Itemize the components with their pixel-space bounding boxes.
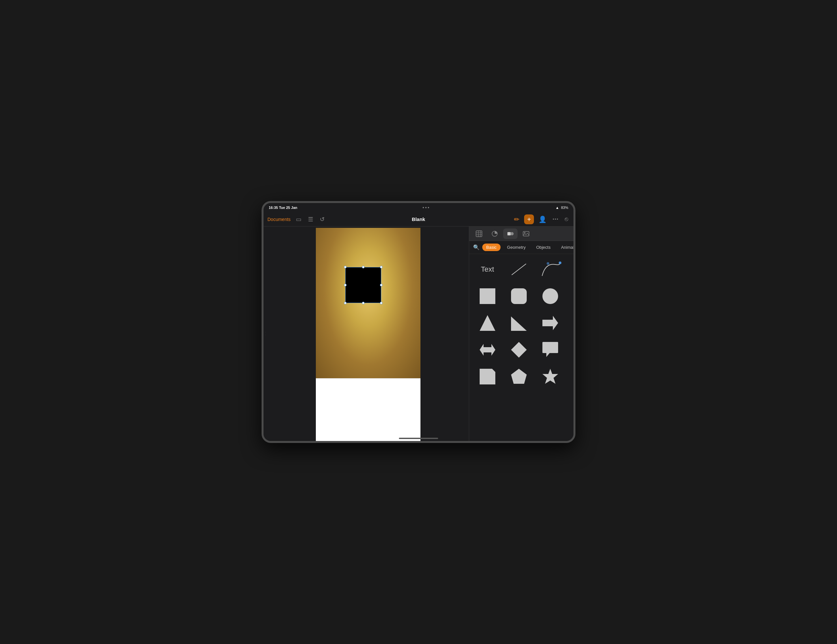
svg-marker-18 bbox=[511, 316, 527, 331]
shape-pentagon[interactable] bbox=[506, 365, 532, 388]
collaborate-icon[interactable]: 👤 bbox=[537, 214, 548, 224]
filter-animals[interactable]: Animals bbox=[557, 244, 573, 251]
shape-square-notch[interactable] bbox=[474, 365, 501, 388]
handle-bottom-right[interactable] bbox=[380, 302, 382, 304]
canvas-area[interactable] bbox=[268, 226, 469, 441]
battery-icon: 83% bbox=[561, 206, 568, 210]
shapes-grid: Text bbox=[469, 254, 573, 441]
shapes-row-3 bbox=[474, 338, 568, 361]
wifi-icon: ▲ bbox=[555, 206, 559, 210]
svg-point-12 bbox=[547, 262, 549, 265]
pen-icon[interactable]: ✏ bbox=[513, 214, 521, 224]
documents-button[interactable]: Documents bbox=[268, 217, 290, 222]
svg-rect-8 bbox=[523, 231, 529, 236]
handle-bottom-left[interactable] bbox=[344, 302, 346, 304]
sidebar-toggle-icon[interactable]: ▭ bbox=[295, 215, 303, 224]
panel-tab-bar bbox=[469, 226, 573, 241]
shapes-row-4 bbox=[474, 365, 568, 388]
export-icon[interactable]: ⎋ bbox=[563, 215, 569, 224]
filter-objects[interactable]: Objects bbox=[532, 244, 555, 251]
handle-top-right[interactable] bbox=[380, 266, 382, 269]
shape-star[interactable] bbox=[537, 365, 563, 388]
main-content: · · bbox=[264, 226, 573, 441]
shapes-row-1 bbox=[474, 285, 568, 308]
page-white-section bbox=[316, 378, 420, 441]
right-panel: 🔍 Basic Geometry Objects Animals N Text bbox=[469, 226, 573, 441]
svg-point-16 bbox=[542, 288, 558, 304]
handle-mid-right[interactable] bbox=[380, 284, 382, 286]
svg-rect-15 bbox=[511, 288, 527, 304]
svg-line-10 bbox=[512, 264, 526, 275]
shape-circle[interactable] bbox=[537, 285, 563, 308]
text-label: Text bbox=[481, 265, 494, 274]
shape-line[interactable] bbox=[506, 258, 532, 281]
status-right: ▲ 83% bbox=[555, 206, 568, 210]
undo-icon[interactable]: ↺ bbox=[318, 215, 326, 224]
selection-border bbox=[345, 267, 381, 303]
shape-text[interactable]: Text bbox=[474, 258, 501, 281]
toolbar: Documents ▭ ☰ ↺ Blank ✏ + 👤 ••• ⎋ bbox=[264, 212, 573, 226]
more-options-icon[interactable]: ••• bbox=[551, 216, 560, 223]
ipad-frame: 16:35 Tue 25 Jan ••• ▲ 83% Documents ▭ ☰… bbox=[261, 201, 576, 443]
tab-table[interactable] bbox=[472, 228, 486, 239]
handle-top-mid[interactable] bbox=[362, 266, 364, 269]
tab-chart[interactable] bbox=[487, 228, 502, 239]
shape-double-arrow[interactable] bbox=[474, 338, 501, 361]
document-page bbox=[316, 228, 420, 441]
shapes-row-special: Text bbox=[474, 258, 568, 281]
svg-point-9 bbox=[524, 232, 525, 233]
list-view-icon[interactable]: ☰ bbox=[307, 215, 315, 224]
home-indicator bbox=[399, 438, 438, 439]
shapes-row-2 bbox=[474, 311, 568, 334]
shape-right-triangle[interactable] bbox=[506, 311, 532, 334]
shape-triangle[interactable] bbox=[474, 311, 501, 334]
svg-marker-17 bbox=[480, 315, 495, 331]
svg-point-7 bbox=[510, 232, 514, 235]
filter-basic[interactable]: Basic bbox=[482, 244, 501, 251]
handle-top-left[interactable] bbox=[344, 266, 346, 269]
shape-speech-bubble[interactable] bbox=[537, 338, 563, 361]
status-dots: ••• bbox=[422, 205, 430, 210]
handle-mid-left[interactable] bbox=[344, 284, 346, 286]
sidebar-dots: · · bbox=[264, 332, 267, 336]
svg-rect-14 bbox=[480, 288, 495, 304]
shape-arrow-right[interactable] bbox=[537, 311, 563, 334]
shape-square[interactable] bbox=[474, 285, 501, 308]
tab-media[interactable] bbox=[519, 228, 533, 239]
status-time: 16:35 Tue 25 Jan bbox=[269, 206, 297, 210]
selected-shape-container[interactable] bbox=[345, 267, 381, 303]
shape-rounded-square[interactable] bbox=[506, 285, 532, 308]
svg-marker-23 bbox=[542, 369, 558, 384]
shape-diamond[interactable] bbox=[506, 338, 532, 361]
handle-bottom-mid[interactable] bbox=[362, 302, 364, 304]
svg-rect-0 bbox=[476, 231, 482, 237]
page-golden-section bbox=[316, 228, 420, 378]
filter-geometry[interactable]: Geometry bbox=[503, 244, 530, 251]
tab-shapes[interactable] bbox=[503, 228, 517, 239]
svg-point-11 bbox=[559, 262, 561, 264]
svg-marker-22 bbox=[511, 369, 527, 384]
status-bar: 16:35 Tue 25 Jan ••• ▲ 83% bbox=[264, 203, 573, 212]
svg-marker-20 bbox=[480, 344, 495, 356]
document-title: Blank bbox=[412, 216, 425, 222]
left-sidebar: · · bbox=[264, 226, 268, 441]
shape-curve[interactable] bbox=[537, 258, 563, 281]
search-button[interactable]: 🔍 bbox=[473, 244, 480, 251]
svg-marker-21 bbox=[511, 342, 527, 358]
add-button[interactable]: + bbox=[524, 215, 534, 224]
svg-rect-6 bbox=[507, 232, 511, 235]
svg-marker-19 bbox=[542, 316, 558, 330]
shape-filters: 🔍 Basic Geometry Objects Animals N bbox=[469, 241, 573, 254]
